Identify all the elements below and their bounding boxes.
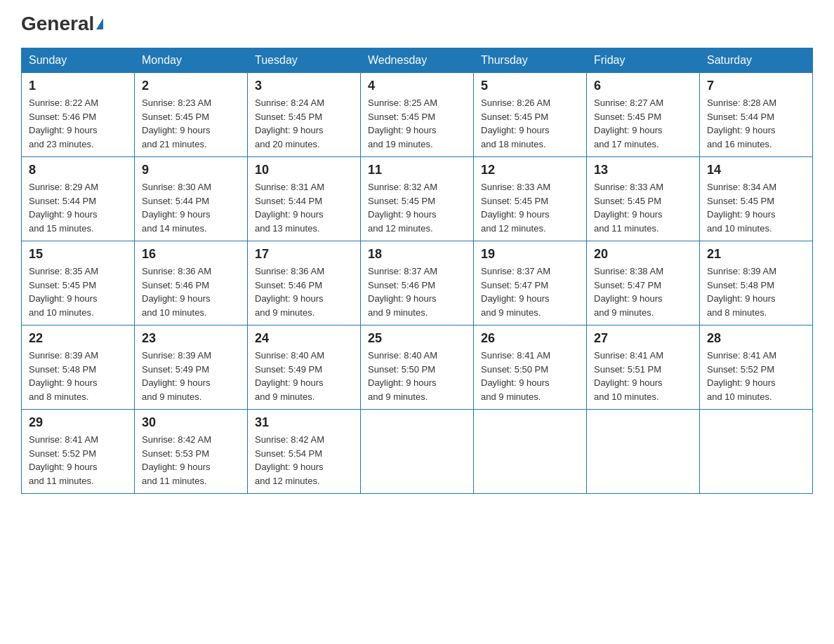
calendar-cell: 10Sunrise: 8:31 AMSunset: 5:44 PMDayligh… bbox=[248, 157, 361, 241]
calendar-cell: 4Sunrise: 8:25 AMSunset: 5:45 PMDaylight… bbox=[361, 73, 474, 157]
day-number: 20 bbox=[594, 247, 692, 262]
day-info: Sunrise: 8:37 AMSunset: 5:47 PMDaylight:… bbox=[481, 264, 579, 319]
day-info: Sunrise: 8:39 AMSunset: 5:49 PMDaylight:… bbox=[142, 349, 240, 403]
calendar-header: SundayMondayTuesdayWednesdayThursdayFrid… bbox=[22, 48, 813, 73]
calendar-cell: 3Sunrise: 8:24 AMSunset: 5:45 PMDaylight… bbox=[248, 73, 361, 157]
calendar-cell: 5Sunrise: 8:26 AMSunset: 5:45 PMDaylight… bbox=[474, 73, 587, 157]
week-row-1: 1Sunrise: 8:22 AMSunset: 5:46 PMDaylight… bbox=[22, 73, 813, 157]
day-info: Sunrise: 8:33 AMSunset: 5:45 PMDaylight:… bbox=[594, 180, 692, 235]
calendar-cell: 15Sunrise: 8:35 AMSunset: 5:45 PMDayligh… bbox=[22, 241, 135, 326]
day-info: Sunrise: 8:41 AMSunset: 5:52 PMDaylight:… bbox=[29, 433, 127, 488]
calendar-table: SundayMondayTuesdayWednesdayThursdayFrid… bbox=[21, 48, 813, 494]
day-number: 7 bbox=[707, 79, 805, 93]
day-number: 27 bbox=[594, 331, 692, 346]
header-monday: Monday bbox=[135, 48, 248, 73]
header-sunday: Sunday bbox=[22, 48, 135, 73]
header-wednesday: Wednesday bbox=[361, 48, 474, 73]
week-row-5: 29Sunrise: 8:41 AMSunset: 5:52 PMDayligh… bbox=[22, 410, 813, 494]
day-info: Sunrise: 8:34 AMSunset: 5:45 PMDaylight:… bbox=[707, 180, 805, 235]
day-number: 30 bbox=[142, 415, 240, 430]
day-number: 24 bbox=[255, 331, 353, 346]
day-number: 23 bbox=[142, 331, 240, 346]
day-info: Sunrise: 8:38 AMSunset: 5:47 PMDaylight:… bbox=[594, 264, 692, 319]
calendar-cell: 11Sunrise: 8:32 AMSunset: 5:45 PMDayligh… bbox=[361, 157, 474, 241]
day-info: Sunrise: 8:41 AMSunset: 5:50 PMDaylight:… bbox=[481, 349, 579, 403]
calendar-cell: 22Sunrise: 8:39 AMSunset: 5:48 PMDayligh… bbox=[22, 326, 135, 410]
calendar-cell: 30Sunrise: 8:42 AMSunset: 5:53 PMDayligh… bbox=[135, 410, 248, 494]
day-number: 2 bbox=[142, 79, 240, 93]
day-number: 14 bbox=[707, 163, 805, 177]
day-info: Sunrise: 8:29 AMSunset: 5:44 PMDaylight:… bbox=[29, 180, 127, 235]
day-info: Sunrise: 8:22 AMSunset: 5:46 PMDaylight:… bbox=[29, 96, 127, 151]
day-info: Sunrise: 8:42 AMSunset: 5:53 PMDaylight:… bbox=[142, 433, 240, 488]
week-row-4: 22Sunrise: 8:39 AMSunset: 5:48 PMDayligh… bbox=[22, 326, 813, 410]
day-number: 21 bbox=[707, 247, 805, 262]
calendar-cell: 24Sunrise: 8:40 AMSunset: 5:49 PMDayligh… bbox=[248, 326, 361, 410]
calendar-cell: 23Sunrise: 8:39 AMSunset: 5:49 PMDayligh… bbox=[135, 326, 248, 410]
calendar-cell: 13Sunrise: 8:33 AMSunset: 5:45 PMDayligh… bbox=[587, 157, 700, 241]
day-number: 22 bbox=[29, 331, 127, 346]
day-info: Sunrise: 8:24 AMSunset: 5:45 PMDaylight:… bbox=[255, 96, 353, 151]
day-number: 29 bbox=[29, 415, 127, 430]
calendar-cell: 20Sunrise: 8:38 AMSunset: 5:47 PMDayligh… bbox=[587, 241, 700, 326]
day-number: 8 bbox=[29, 163, 127, 177]
day-number: 15 bbox=[29, 247, 127, 262]
day-info: Sunrise: 8:39 AMSunset: 5:48 PMDaylight:… bbox=[29, 349, 127, 403]
page-header: General bbox=[21, 14, 813, 34]
calendar-cell: 31Sunrise: 8:42 AMSunset: 5:54 PMDayligh… bbox=[248, 410, 361, 494]
calendar-cell: 12Sunrise: 8:33 AMSunset: 5:45 PMDayligh… bbox=[474, 157, 587, 241]
day-info: Sunrise: 8:26 AMSunset: 5:45 PMDaylight:… bbox=[481, 96, 579, 151]
day-number: 17 bbox=[255, 247, 353, 262]
calendar-cell: 14Sunrise: 8:34 AMSunset: 5:45 PMDayligh… bbox=[700, 157, 813, 241]
calendar-cell: 18Sunrise: 8:37 AMSunset: 5:46 PMDayligh… bbox=[361, 241, 474, 326]
day-info: Sunrise: 8:23 AMSunset: 5:45 PMDaylight:… bbox=[142, 96, 240, 151]
day-number: 16 bbox=[142, 247, 240, 262]
calendar-cell: 19Sunrise: 8:37 AMSunset: 5:47 PMDayligh… bbox=[474, 241, 587, 326]
calendar-cell: 2Sunrise: 8:23 AMSunset: 5:45 PMDaylight… bbox=[135, 73, 248, 157]
calendar-cell: 16Sunrise: 8:36 AMSunset: 5:46 PMDayligh… bbox=[135, 241, 248, 326]
day-number: 5 bbox=[481, 79, 579, 93]
day-number: 1 bbox=[29, 79, 127, 93]
header-friday: Friday bbox=[587, 48, 700, 73]
day-info: Sunrise: 8:25 AMSunset: 5:45 PMDaylight:… bbox=[368, 96, 466, 151]
calendar-cell: 25Sunrise: 8:40 AMSunset: 5:50 PMDayligh… bbox=[361, 326, 474, 410]
day-info: Sunrise: 8:41 AMSunset: 5:52 PMDaylight:… bbox=[707, 349, 805, 403]
week-row-2: 8Sunrise: 8:29 AMSunset: 5:44 PMDaylight… bbox=[22, 157, 813, 241]
calendar-body: 1Sunrise: 8:22 AMSunset: 5:46 PMDaylight… bbox=[22, 73, 813, 494]
day-number: 12 bbox=[481, 163, 579, 177]
calendar-cell bbox=[700, 410, 813, 494]
day-info: Sunrise: 8:41 AMSunset: 5:51 PMDaylight:… bbox=[594, 349, 692, 403]
day-info: Sunrise: 8:35 AMSunset: 5:45 PMDaylight:… bbox=[29, 264, 127, 319]
day-info: Sunrise: 8:40 AMSunset: 5:50 PMDaylight:… bbox=[368, 349, 466, 403]
day-info: Sunrise: 8:40 AMSunset: 5:49 PMDaylight:… bbox=[255, 349, 353, 403]
calendar-cell bbox=[587, 410, 700, 494]
calendar-cell: 1Sunrise: 8:22 AMSunset: 5:46 PMDaylight… bbox=[22, 73, 135, 157]
day-number: 13 bbox=[594, 163, 692, 177]
calendar-cell: 17Sunrise: 8:36 AMSunset: 5:46 PMDayligh… bbox=[248, 241, 361, 326]
day-info: Sunrise: 8:32 AMSunset: 5:45 PMDaylight:… bbox=[368, 180, 466, 235]
day-number: 11 bbox=[368, 163, 466, 177]
header-tuesday: Tuesday bbox=[248, 48, 361, 73]
day-info: Sunrise: 8:36 AMSunset: 5:46 PMDaylight:… bbox=[142, 264, 240, 319]
calendar-cell: 9Sunrise: 8:30 AMSunset: 5:44 PMDaylight… bbox=[135, 157, 248, 241]
header-saturday: Saturday bbox=[700, 48, 813, 73]
header-thursday: Thursday bbox=[474, 48, 587, 73]
logo: General bbox=[21, 14, 103, 34]
calendar-cell bbox=[474, 410, 587, 494]
day-number: 25 bbox=[368, 331, 466, 346]
day-info: Sunrise: 8:28 AMSunset: 5:44 PMDaylight:… bbox=[707, 96, 805, 151]
calendar-cell: 28Sunrise: 8:41 AMSunset: 5:52 PMDayligh… bbox=[700, 326, 813, 410]
day-number: 26 bbox=[481, 331, 579, 346]
calendar-cell bbox=[361, 410, 474, 494]
day-info: Sunrise: 8:30 AMSunset: 5:44 PMDaylight:… bbox=[142, 180, 240, 235]
day-number: 31 bbox=[255, 415, 353, 430]
day-number: 9 bbox=[142, 163, 240, 177]
calendar-cell: 27Sunrise: 8:41 AMSunset: 5:51 PMDayligh… bbox=[587, 326, 700, 410]
week-row-3: 15Sunrise: 8:35 AMSunset: 5:45 PMDayligh… bbox=[22, 241, 813, 326]
calendar-cell: 26Sunrise: 8:41 AMSunset: 5:50 PMDayligh… bbox=[474, 326, 587, 410]
day-info: Sunrise: 8:27 AMSunset: 5:45 PMDaylight:… bbox=[594, 96, 692, 151]
calendar-cell: 21Sunrise: 8:39 AMSunset: 5:48 PMDayligh… bbox=[700, 241, 813, 326]
day-number: 28 bbox=[707, 331, 805, 346]
day-info: Sunrise: 8:36 AMSunset: 5:46 PMDaylight:… bbox=[255, 264, 353, 319]
day-number: 18 bbox=[368, 247, 466, 262]
